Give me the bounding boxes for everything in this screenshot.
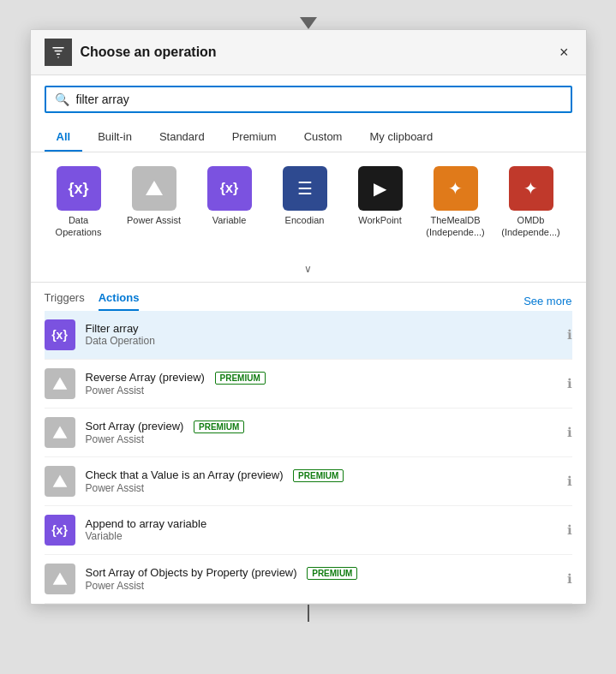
sort-array-svg <box>51 424 69 441</box>
sub-tabs-left: Triggers Actions <box>45 291 140 311</box>
app-icon-omdb[interactable]: ✦ OMDb (Independe...) <box>497 166 565 239</box>
filter-array-name: Filter array <box>86 322 560 335</box>
search-input[interactable] <box>76 92 562 106</box>
tab-builtin[interactable]: Built-in <box>86 123 144 152</box>
sort-array-text: Sort Array (preview) PREMIUM Power Assis… <box>86 420 560 445</box>
sort-objects-svg <box>51 570 69 588</box>
choose-operation-dialog: Choose an operation × 🔍 All Built-in Sta… <box>30 29 587 605</box>
sort-objects-sub: Power Assist <box>86 580 560 592</box>
dialog-header: Choose an operation × <box>31 30 586 75</box>
power-assist-svg <box>144 178 164 199</box>
tab-myclipboard[interactable]: My clipboard <box>357 123 445 152</box>
workpoint-icon-box: ▶ <box>358 166 403 211</box>
result-item-check-array[interactable]: Check that a Value is an Array (preview)… <box>45 457 572 506</box>
sort-objects-name: Sort Array of Objects by Property (previ… <box>86 566 560 580</box>
search-bar: 🔍 <box>45 86 572 113</box>
reverse-array-name: Reverse Array (preview) PREMIUM <box>86 371 560 385</box>
search-icon: 🔍 <box>55 92 69 106</box>
filter-array-icon: {x} <box>45 319 75 350</box>
power-assist-label: Power Assist <box>127 214 181 226</box>
top-connector-arrow <box>300 17 317 29</box>
reverse-array-icon <box>45 368 75 399</box>
tab-custom[interactable]: Custom <box>292 123 355 152</box>
sort-array-name: Sort Array (preview) PREMIUM <box>86 420 560 433</box>
dialog-title: Choose an operation <box>81 45 556 60</box>
filter-array-text: Filter array Data Operation <box>86 322 560 347</box>
tab-all[interactable]: All <box>45 123 83 152</box>
check-array-icon <box>45 466 75 497</box>
app-icon-themealdb[interactable]: ✦ TheMealDB (Independe...) <box>422 166 490 239</box>
reverse-array-premium-badge: PREMIUM <box>215 372 266 385</box>
reverse-array-text: Reverse Array (preview) PREMIUM Power As… <box>86 371 560 397</box>
encodian-icon-box: ☰ <box>283 166 327 211</box>
app-icon-variable[interactable]: {x} Variable <box>195 166 264 239</box>
check-array-text: Check that a Value is an Array (preview)… <box>86 468 560 494</box>
collapse-arrow-icon[interactable]: ∨ <box>304 263 312 275</box>
dialog-header-icon <box>45 39 72 66</box>
svg-rect-3 <box>57 57 59 58</box>
svg-marker-8 <box>52 572 67 584</box>
omdb-icon-box: ✦ <box>509 166 553 211</box>
check-array-premium-badge: PREMIUM <box>293 469 344 482</box>
svg-rect-2 <box>56 54 60 56</box>
reverse-array-sub: Power Assist <box>86 385 560 397</box>
bottom-connector <box>308 605 309 622</box>
result-item-reverse-array[interactable]: Reverse Array (preview) PREMIUM Power As… <box>45 360 572 409</box>
result-item-sort-array[interactable]: Sort Array (preview) PREMIUM Power Assis… <box>45 409 572 457</box>
sort-objects-icon <box>45 564 75 594</box>
reverse-array-svg <box>51 375 69 392</box>
tab-premium[interactable]: Premium <box>220 123 289 152</box>
tab-standard[interactable]: Standard <box>147 123 217 152</box>
omdb-label: OMDb (Independe...) <box>497 214 565 239</box>
check-array-name: Check that a Value is an Array (preview)… <box>86 468 560 482</box>
sort-objects-text: Sort Array of Objects by Property (previ… <box>86 566 560 592</box>
filter-array-sub: Data Operation <box>86 335 560 347</box>
icons-row: {x} Data Operations Power Assist <box>45 166 572 239</box>
themealdb-icon-box: ✦ <box>434 166 478 211</box>
svg-marker-5 <box>52 377 67 389</box>
check-array-svg <box>51 473 69 490</box>
themealdb-label: TheMealDB (Independe...) <box>422 214 490 239</box>
sort-array-sub: Power Assist <box>86 433 560 445</box>
svg-marker-6 <box>52 426 67 438</box>
encodian-label: Encodian <box>285 214 325 226</box>
data-operations-icon-box: {x} <box>57 166 101 211</box>
results-list: {x} Filter array Data Operation ℹ Reve <box>31 311 586 604</box>
sub-tab-triggers[interactable]: Triggers <box>45 291 85 311</box>
sort-objects-premium-badge: PREMIUM <box>307 567 357 580</box>
sort-array-info-icon[interactable]: ℹ <box>567 425 572 440</box>
result-item-filter-array[interactable]: {x} Filter array Data Operation ℹ <box>45 311 572 360</box>
app-icon-power-assist[interactable]: Power Assist <box>120 166 188 239</box>
variable-icon-box: {x} <box>207 166 252 211</box>
sort-objects-info-icon[interactable]: ℹ <box>567 571 572 587</box>
power-assist-icon-box <box>132 166 176 211</box>
collapse-row: ∨ <box>31 259 586 283</box>
app-icon-workpoint[interactable]: ▶ WorkPoint <box>346 166 415 239</box>
result-item-append-array[interactable]: {x} Append to array variable Variable ℹ <box>45 506 572 555</box>
append-array-icon: {x} <box>45 515 75 546</box>
check-array-info-icon[interactable]: ℹ <box>567 474 572 489</box>
app-icon-data-operations[interactable]: {x} Data Operations <box>45 166 113 239</box>
reverse-array-info-icon[interactable]: ℹ <box>567 376 572 391</box>
sub-tabs-bar: Triggers Actions See more <box>31 283 586 311</box>
append-array-text: Append to array variable Variable <box>86 517 560 542</box>
app-icon-encodian[interactable]: ☰ Encodian <box>271 166 339 239</box>
page-wrapper: Choose an operation × 🔍 All Built-in Sta… <box>0 0 616 674</box>
append-array-sub: Variable <box>86 530 560 542</box>
filter-icon <box>51 45 66 60</box>
check-array-sub: Power Assist <box>86 482 560 494</box>
workpoint-label: WorkPoint <box>358 214 402 226</box>
sort-array-icon <box>45 417 75 448</box>
tabs-bar: All Built-in Standard Premium Custom My … <box>31 123 586 152</box>
svg-marker-7 <box>52 474 67 486</box>
close-button[interactable]: × <box>556 41 572 63</box>
sort-array-premium-badge: PREMIUM <box>194 421 244 433</box>
svg-rect-0 <box>52 47 64 49</box>
append-array-info-icon[interactable]: ℹ <box>567 522 572 538</box>
see-more-link[interactable]: See more <box>523 295 571 307</box>
sub-tab-actions[interactable]: Actions <box>99 291 140 311</box>
filter-array-info-icon[interactable]: ℹ <box>567 327 572 343</box>
result-item-sort-objects[interactable]: Sort Array of Objects by Property (previ… <box>45 555 572 604</box>
append-array-name: Append to array variable <box>86 517 560 530</box>
variable-label: Variable <box>212 214 247 226</box>
